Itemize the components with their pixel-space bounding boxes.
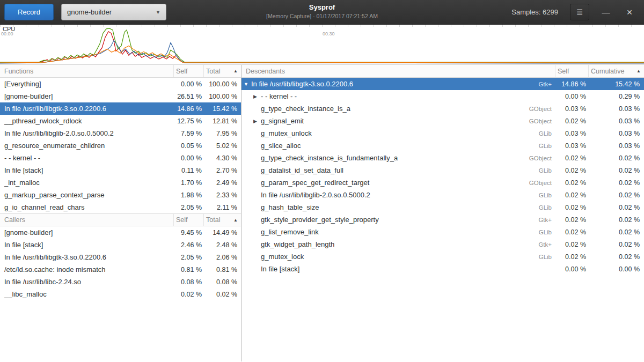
column-header-callers-total[interactable]: Total ▲: [203, 214, 241, 226]
self-percent: 0.02 %: [555, 241, 588, 248]
function-name: In file /usr/lib/libglib-2.0.so.0.5000.2: [0, 129, 173, 137]
library-badge: GLib: [539, 254, 555, 260]
self-percent: 0.03 %: [555, 130, 588, 137]
function-name: g_io_channel_read_chars: [0, 203, 173, 211]
descendants-row[interactable]: g_hash_table_sizeGLib0.02 %0.02 %: [241, 201, 644, 213]
functions-row[interactable]: In file /usr/lib/libgtk-3.so.0.2200.614.…: [0, 102, 241, 115]
descendant-name-cell: g_slice_allocGLib: [241, 142, 555, 150]
functions-row[interactable]: - - kernel - -0.00 %4.30 %: [0, 152, 241, 164]
function-name: /etc/ld.so.cache: inode mismatch: [0, 265, 173, 274]
app-title: Sysprof: [266, 3, 378, 11]
close-button[interactable]: ×: [623, 5, 636, 19]
functions-row[interactable]: _int_malloc1.70 %2.49 %: [0, 176, 241, 189]
process-selector-dropdown[interactable]: gnome-builder ▼: [61, 4, 166, 20]
descendant-name-cell: g_hash_table_sizeGLib: [241, 203, 555, 211]
column-header-cumulative[interactable]: Cumulative ▲: [588, 65, 644, 77]
cumulative-percent: 0.02 %: [588, 204, 644, 211]
callers-row[interactable]: __libc_malloc0.02 %0.02 %: [0, 288, 241, 300]
column-header-descendants-self[interactable]: Self: [555, 65, 588, 77]
descendants-row[interactable]: g_mutex_unlockGLib0.03 %0.03 %: [241, 127, 644, 139]
minimize-button[interactable]: —: [599, 5, 613, 19]
functions-row[interactable]: g_markup_parse_context_parse1.98 %2.33 %: [0, 189, 241, 201]
function-name: g_mutex_lock: [261, 253, 304, 261]
total-percent: 0.08 %: [203, 278, 241, 286]
descendants-row[interactable]: g_type_check_instance_is_aGObject0.03 %0…: [241, 102, 644, 115]
function-name: g_param_spec_get_redirect_target: [261, 179, 369, 187]
column-header-callers[interactable]: Callers: [0, 214, 173, 226]
function-name: [gnome-builder]: [0, 228, 173, 237]
callers-row[interactable]: In file /usr/lib/libc-2.24.so0.08 %0.08 …: [0, 276, 241, 288]
descendants-row[interactable]: ▶g_signal_emitGObject0.02 %0.03 %: [241, 115, 644, 127]
descendants-row[interactable]: gtk_widget_path_lengthGtk+0.02 %0.02 %: [241, 238, 644, 250]
column-header-functions[interactable]: Functions: [0, 65, 173, 77]
descendants-row[interactable]: In file /usr/lib/libglib-2.0.so.0.5000.2…: [241, 189, 644, 201]
self-percent: 9.45 %: [173, 229, 203, 237]
menu-button[interactable]: ☰: [570, 4, 589, 20]
descendant-name-cell: In file [stack]: [241, 265, 555, 273]
callers-row[interactable]: In file /usr/lib/libgtk-3.so.0.2200.62.0…: [0, 251, 241, 263]
functions-row[interactable]: In file /usr/lib/libglib-2.0.so.0.5000.2…: [0, 127, 241, 139]
cumulative-percent: 15.42 %: [588, 80, 644, 88]
functions-row[interactable]: [gnome-builder]26.51 %100.00 %: [0, 90, 241, 102]
descendants-row[interactable]: g_list_remove_linkGLib0.02 %0.02 %: [241, 226, 644, 238]
descendant-name-cell: ▼In file /usr/lib/libgtk-3.so.0.2200.6Gt…: [241, 80, 555, 88]
functions-row[interactable]: [Everything]0.00 %100.00 %: [0, 78, 241, 90]
cumulative-percent: 0.02 %: [588, 154, 644, 162]
capture-subtitle: [Memory Capture] - 01/17/2017 07:21:52 A…: [266, 13, 378, 19]
cpu-graph[interactable]: CPU 00:00 00:30: [0, 25, 644, 65]
callers-row[interactable]: /etc/ld.so.cache: inode mismatch0.81 %0.…: [0, 263, 241, 276]
descendants-row[interactable]: In file [stack]0.00 %0.00 %: [241, 263, 644, 275]
main-split: Functions Self Total ▲ [Everything]0.00 …: [0, 65, 644, 361]
descendant-name-cell: ▶- - kernel - -: [241, 92, 555, 100]
record-button[interactable]: Record: [4, 4, 54, 20]
self-percent: 0.00 %: [555, 93, 588, 100]
total-percent: 2.33 %: [203, 191, 241, 199]
descendant-name-cell: ▶g_signal_emitGObject: [241, 117, 555, 125]
function-name: g_signal_emit: [261, 117, 304, 125]
functions-row[interactable]: __pthread_rwlock_rdlock12.75 %12.81 %: [0, 115, 241, 127]
column-header-total[interactable]: Total ▲: [203, 65, 241, 77]
functions-row[interactable]: g_resource_enumerate_children0.05 %5.02 …: [0, 139, 241, 152]
hamburger-icon: ☰: [576, 8, 583, 16]
function-name: g_datalist_id_set_data_full: [261, 166, 343, 174]
cumulative-percent: 0.02 %: [588, 216, 644, 224]
function-name: g_markup_parse_context_parse: [0, 191, 173, 199]
callers-row[interactable]: In file [stack]2.46 %2.48 %: [0, 239, 241, 251]
descendants-row[interactable]: g_type_check_instance_is_fundamentally_a…: [241, 152, 644, 164]
expander-closed-icon[interactable]: ▶: [253, 94, 261, 99]
descendants-row[interactable]: g_mutex_lockGLib0.02 %0.02 %: [241, 250, 644, 263]
descendant-name-cell: g_param_spec_get_redirect_targetGObject: [241, 179, 555, 187]
expander-open-icon[interactable]: ▼: [244, 82, 251, 87]
functions-row[interactable]: g_io_channel_read_chars2.05 %2.11 %: [0, 201, 241, 213]
cpu-sparkline: [0, 25, 644, 64]
total-percent: 7.95 %: [203, 130, 241, 137]
descendant-name-cell: gtk_widget_path_lengthGtk+: [241, 240, 555, 248]
function-name: In file /usr/lib/libgtk-3.so.0.2200.6: [0, 105, 173, 113]
function-name: __pthread_rwlock_rdlock: [0, 117, 173, 125]
library-badge: Gtk+: [538, 241, 555, 248]
callers-row[interactable]: [gnome-builder]9.45 %14.49 %: [0, 226, 241, 239]
cpu-series-cpu1: [0, 28, 644, 62]
column-header-total-label: Total: [206, 68, 220, 75]
descendants-pane: Descendants Self Cumulative ▲ ▼In file /…: [241, 65, 644, 361]
function-name: g_type_check_instance_is_fundamentally_a: [261, 154, 398, 162]
descendants-row[interactable]: g_param_spec_get_redirect_targetGObject0…: [241, 176, 644, 189]
column-header-self[interactable]: Self: [173, 65, 203, 77]
expander-closed-icon[interactable]: ▶: [253, 119, 261, 124]
column-header-callers-self[interactable]: Self: [173, 214, 203, 226]
descendants-row[interactable]: ▶- - kernel - -0.00 %0.29 %: [241, 90, 644, 102]
function-name: _int_malloc: [0, 179, 173, 187]
functions-row[interactable]: In file [stack]0.11 %2.70 %: [0, 164, 241, 176]
total-percent: 2.70 %: [203, 167, 241, 174]
descendants-row[interactable]: g_slice_allocGLib0.03 %0.03 %: [241, 139, 644, 152]
library-badge: GObject: [529, 180, 555, 186]
time-label-start: 00:00: [1, 31, 13, 36]
cumulative-percent: 0.00 %: [588, 265, 644, 273]
library-badge: GLib: [539, 229, 555, 235]
column-header-descendants[interactable]: Descendants: [241, 65, 555, 77]
descendants-row[interactable]: gtk_style_provider_get_style_propertyGtk…: [241, 213, 644, 226]
self-percent: 0.02 %: [555, 204, 588, 211]
descendants-row[interactable]: g_datalist_id_set_data_fullGLib0.02 %0.0…: [241, 164, 644, 176]
self-percent: 7.59 %: [173, 130, 203, 137]
descendants-row[interactable]: ▼In file /usr/lib/libgtk-3.so.0.2200.6Gt…: [241, 78, 644, 90]
